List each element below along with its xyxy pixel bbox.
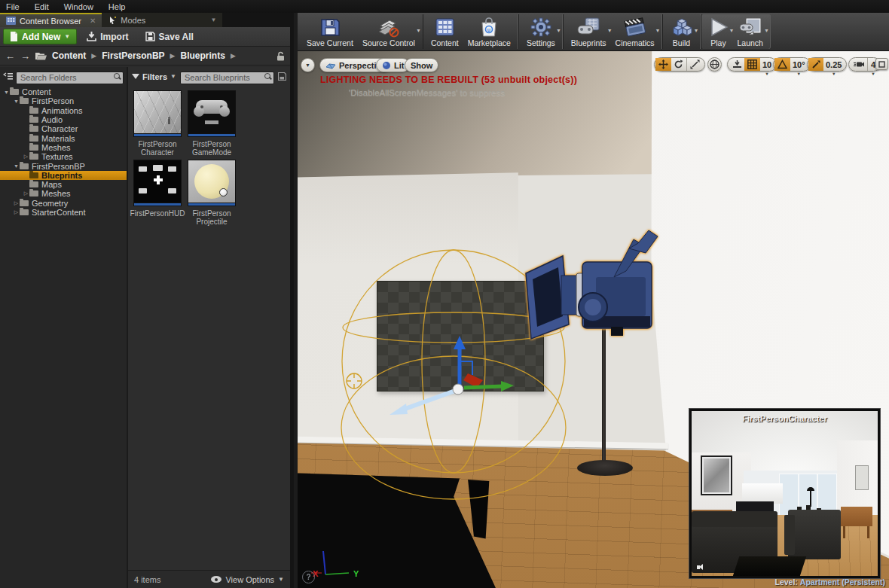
cinematics-dropdown-caret-icon[interactable]: ▼ xyxy=(655,28,661,33)
toolbar-save-current-button[interactable]: Save Current xyxy=(302,14,358,49)
source-control-dropdown-caret-icon[interactable]: ▼ xyxy=(416,28,421,33)
tree-item-textures[interactable]: ▷Textures xyxy=(0,152,127,161)
tree-item-meshes[interactable]: ▷Meshes xyxy=(0,189,127,198)
tab-strip: Content Browser ✕ Modes ▼ xyxy=(0,13,290,27)
preview-right-frame xyxy=(855,465,868,490)
show-button[interactable]: Show xyxy=(405,58,438,72)
menu-edit[interactable]: Edit xyxy=(35,2,49,11)
tree-item-audio[interactable]: Audio xyxy=(0,115,127,124)
import-button[interactable]: Import xyxy=(80,29,135,44)
gizmo-z-axis-arrow[interactable] xyxy=(454,336,466,388)
toolbar-cinematics-button[interactable]: Cinematics▼ xyxy=(611,14,659,49)
save-search-icon[interactable] xyxy=(278,72,286,81)
tree-collapsed-arrow-icon[interactable]: ▷ xyxy=(13,200,20,206)
tab-close-icon[interactable]: ✕ xyxy=(90,17,96,25)
menu-file[interactable]: File xyxy=(6,2,20,11)
tree-item-label: Animations xyxy=(41,106,82,115)
tree-expanded-arrow-icon[interactable]: ▼ xyxy=(13,163,20,169)
tree-item-blueprints[interactable]: Blueprints xyxy=(0,171,127,180)
modes-tab-caret-icon[interactable]: ▼ xyxy=(210,17,216,23)
lock-icon[interactable] xyxy=(276,51,285,61)
tab-content-browser[interactable]: Content Browser ✕ xyxy=(0,13,102,27)
surface-snap-button[interactable] xyxy=(729,58,745,71)
build-dropdown-caret-icon[interactable]: ▼ xyxy=(694,28,699,33)
toolbar-launch-button[interactable]: Launch▼ xyxy=(733,14,768,49)
scene-tv-screen[interactable] xyxy=(377,281,544,391)
tree-collapsed-arrow-icon[interactable]: ▷ xyxy=(13,209,20,215)
rotation-snap-toggle-button[interactable] xyxy=(774,58,790,71)
rotation-snap-value[interactable]: 10° xyxy=(790,58,808,71)
search-folders-box xyxy=(16,70,124,83)
menu-window[interactable]: Window xyxy=(64,2,93,11)
gizmo-red-handle[interactable] xyxy=(463,373,483,388)
toolbar-build-button[interactable]: Build▼ xyxy=(666,14,698,49)
asset-character[interactable]: FirstPersonCharacter xyxy=(133,90,182,157)
tree-collapsed-arrow-icon[interactable]: ▷ xyxy=(23,190,29,197)
menu-help[interactable]: Help xyxy=(108,2,126,11)
add-new-button[interactable]: Add New ▼ xyxy=(3,29,77,44)
breadcrumb-blueprints[interactable]: Blueprints xyxy=(181,50,225,61)
rotate-tool-button[interactable] xyxy=(671,58,686,71)
tree-collapsed-arrow-icon[interactable]: ▷ xyxy=(23,154,29,160)
back-arrow-icon[interactable]: ← xyxy=(5,51,15,61)
toolbar-source-control-button[interactable]: Source Control▼ xyxy=(358,14,420,49)
viewport[interactable]: Y X ▼ Perspective Lit Show xyxy=(298,51,889,588)
breadcrumb-firstpersonbp[interactable]: FirstPersonBP xyxy=(102,50,164,61)
forward-arrow-icon[interactable]: → xyxy=(20,51,30,61)
asset-gamemode[interactable]: FirstPersonGameMode xyxy=(187,90,237,157)
tree-item-character[interactable]: Character xyxy=(0,124,127,133)
grid-snap-toggle-button[interactable] xyxy=(744,58,760,71)
grid-snap-group: 10 xyxy=(727,57,777,72)
asset-hud[interactable]: FirstPersonHUD xyxy=(133,160,182,226)
tree-item-content[interactable]: ▼Content xyxy=(0,87,127,96)
move-tool-button[interactable] xyxy=(655,58,671,71)
tree-item-meshes[interactable]: Meshes xyxy=(0,143,127,152)
tree-item-maps[interactable]: Maps xyxy=(0,180,127,189)
breadcrumb-content[interactable]: Content xyxy=(52,50,86,61)
asset-projectile[interactable]: FirstPersonProjectile xyxy=(187,160,237,226)
tree-item-materials[interactable]: Materials xyxy=(0,133,127,142)
tree-item-startercontent[interactable]: ▷StarterContent xyxy=(0,208,127,217)
scale-tool-button[interactable] xyxy=(686,58,703,71)
tab-modes[interactable]: Modes ▼ xyxy=(102,13,222,27)
gizmo-x-axis-arrow[interactable] xyxy=(390,391,455,415)
tree-item-geometry[interactable]: ▷Geometry xyxy=(0,199,127,208)
toolbar-blueprints-button[interactable]: Blueprints▼ xyxy=(567,14,611,49)
import-label: Import xyxy=(100,32,128,42)
gizmo-plane-handle-blue[interactable] xyxy=(460,361,472,375)
settings-dropdown-caret-icon[interactable]: ▼ xyxy=(556,28,561,33)
view-options-button[interactable]: View Options ▼ xyxy=(211,575,284,584)
gizmo-y-axis-arrow[interactable] xyxy=(464,381,514,391)
toolbar-marketplace-button[interactable]: uMarketplace xyxy=(463,14,515,49)
camera-actor[interactable] xyxy=(526,230,658,339)
tree-expanded-arrow-icon[interactable]: ▼ xyxy=(13,99,20,104)
scale-snap-toggle-button[interactable] xyxy=(808,58,823,71)
coordinate-system-button[interactable] xyxy=(707,57,722,72)
toolbar-content-button[interactable]: Content xyxy=(426,14,463,49)
filters-button[interactable]: Filters ▼ xyxy=(132,72,176,81)
scene-lamp-pole[interactable] xyxy=(602,320,606,467)
maximize-viewport-button[interactable] xyxy=(875,58,888,70)
collapse-sources-icon[interactable] xyxy=(3,72,13,81)
viewport-options-button[interactable]: ▼ xyxy=(301,58,315,72)
tree-item-firstpersonbp[interactable]: ▼FirstPersonBP xyxy=(0,161,127,170)
tree-item-firstperson[interactable]: ▼FirstPerson xyxy=(0,96,127,105)
tree-item-animations[interactable]: Animations xyxy=(0,106,127,115)
launch-dropdown-caret-icon[interactable]: ▼ xyxy=(764,28,769,33)
build-icon xyxy=(671,16,693,38)
move-tool-icon xyxy=(658,59,668,69)
search-folders-input[interactable] xyxy=(16,72,124,84)
search-assets-input[interactable] xyxy=(180,72,274,84)
scale-snap-value[interactable]: 0.25 xyxy=(823,58,845,71)
source-control-label: Source Control xyxy=(362,38,415,47)
toolbar-settings-button[interactable]: Settings▼ xyxy=(522,14,560,49)
gizmo-center-handle[interactable] xyxy=(453,384,463,395)
toolbar-play-button[interactable]: Play▼ xyxy=(704,14,733,49)
transform-gizmo[interactable] xyxy=(390,336,514,415)
breadcrumb-separator-icon[interactable]: ▶ xyxy=(231,52,236,59)
camera-speed-button[interactable] xyxy=(851,58,867,71)
save-all-button[interactable]: Save All xyxy=(139,29,200,44)
play-icon xyxy=(709,16,729,38)
help-bubble-button[interactable]: ? xyxy=(302,571,315,583)
tree-expanded-arrow-icon[interactable]: ▼ xyxy=(3,90,10,95)
